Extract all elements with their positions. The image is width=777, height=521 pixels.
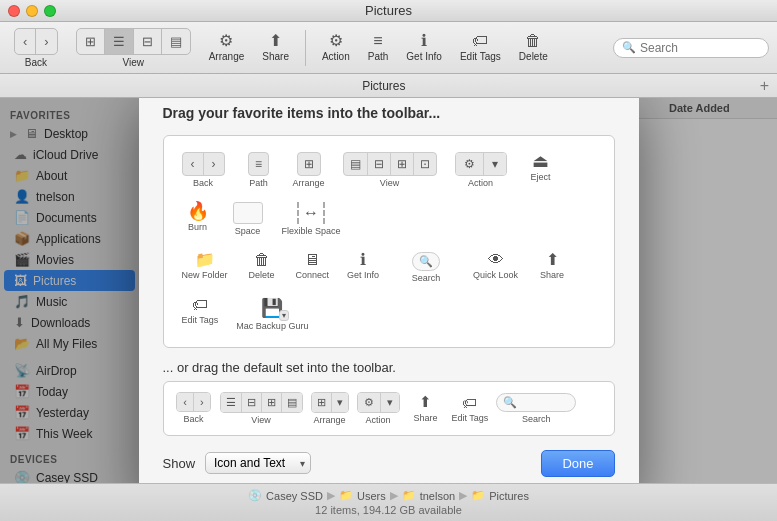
path-sep-2: ▶ [390,489,398,502]
status-info: 12 items, 194.12 GB available [315,504,462,516]
palette-view-group: ▤ ⊟ ⊞ ⊡ [343,152,437,176]
cover-view-btn[interactable]: ▤ [162,29,190,54]
delete-icon2: 🗑 [254,252,270,268]
default-view-btn1: ☰ [221,393,242,412]
main-content: Favorites ▶ 🖥 Desktop ☁ iCloud Drive 📁 A… [0,98,777,483]
palette-nav-group: ‹ › [182,152,225,176]
newfolder-icon: 📁 [195,252,215,268]
palette-search-item[interactable]: 🔍 Search [391,248,461,287]
default-fwd-btn: › [194,393,210,411]
default-action-dropdown: ▾ [381,393,399,412]
palette-flexspace-item[interactable]: ↔ Flexible Space [276,198,347,240]
palette-burn-item[interactable]: 🔥 Burn [176,198,220,236]
toolbar-palette: ‹ › Back ≡ Path [163,135,615,348]
share-icon: ⬆ [269,33,282,49]
show-select[interactable]: Icon and Text Icon Only Text Only [205,452,311,474]
arrange-button[interactable]: ⚙ Arrange [203,30,251,65]
palette-path-item[interactable]: ≡ Path [237,148,281,192]
default-edittags-item: 🏷 Edit Tags [452,394,489,423]
folder-icon-2: 📁 [402,489,416,502]
search-icon2: 🔍 [419,255,433,268]
delete-button[interactable]: 🗑 Delete [513,30,554,65]
view-button[interactable]: ⊞ ☰ ⊟ ▤ View [70,25,197,71]
palette-back-label: Back [193,178,213,188]
path-bar-title: Pictures [8,79,760,93]
default-toolbar: ‹ › Back ☰ ⊟ ⊞ ▤ View [163,381,615,436]
palette-edittags-item[interactable]: 🏷 Edit Tags [176,293,225,329]
edit-tags-label: Edit Tags [460,51,501,62]
get-info-button[interactable]: ℹ Get Info [400,30,448,65]
palette-path-label: Path [249,178,268,188]
burn-icon: 🔥 [187,202,209,220]
default-arrange-label: Arrange [313,415,345,425]
toolbar-separator [305,30,306,66]
palette-quicklook-item[interactable]: 👁 Quick Look [467,248,524,284]
show-select-wrap[interactable]: Icon and Text Icon Only Text Only [205,452,311,474]
palette-back-btn: ‹ [183,153,204,175]
back-btn[interactable]: ‹ [15,29,36,54]
palette-quicklook-label: Quick Look [473,270,518,280]
list-view-btn[interactable]: ☰ [105,29,134,54]
palette-back-item[interactable]: ‹ › Back [176,148,231,192]
palette-guru-item[interactable]: 💾 ▾ Mac Backup Guru [230,293,314,335]
close-button[interactable] [8,5,20,17]
modal-overlay: Drag your favorite items into the toolba… [0,98,777,483]
palette-arrange-item[interactable]: ⊞ Arrange [287,148,331,192]
flexspace-icon: ↔ [297,202,325,224]
palette-view-label: View [380,178,399,188]
default-action-label: Action [365,415,390,425]
icon-view-btn[interactable]: ⊞ [77,29,105,54]
view-label: View [122,57,144,68]
back-label: Back [25,57,47,68]
add-button[interactable]: + [760,77,769,95]
default-view-btn2: ⊟ [242,393,262,412]
forward-btn[interactable]: › [36,29,56,54]
path-tnelson: tnelson [420,490,455,502]
path-bar: Pictures + [0,74,777,98]
default-edittags-label: Edit Tags [452,413,489,423]
default-share-icon: ⬆ [419,393,432,411]
palette-newfolder-label: New Folder [182,270,228,280]
palette-delete-item[interactable]: 🗑 Delete [240,248,284,284]
action-button[interactable]: ⚙ Action [316,30,356,65]
share-button[interactable]: ⬆ Share [256,30,295,65]
default-view-item: ☰ ⊟ ⊞ ▤ View [220,392,303,425]
default-toolbar-inner: ‹ › Back ☰ ⊟ ⊞ ▤ View [176,392,602,425]
palette-view-item[interactable]: ▤ ⊟ ⊞ ⊡ View [337,148,443,192]
palette-space-item[interactable]: Space [226,198,270,240]
search-box[interactable]: 🔍 [613,38,769,58]
palette-view-btn4: ⊡ [414,153,436,175]
path-label: Path [368,51,389,62]
search-input[interactable] [640,41,760,55]
connect-icon: 🖥 [304,252,320,268]
minimize-button[interactable] [26,5,38,17]
palette-connect-item[interactable]: 🖥 Connect [290,248,336,284]
palette-search-label: Search [412,273,441,283]
folder-icon-1: 📁 [339,489,353,502]
guru-badge: ▾ [279,310,289,321]
default-search-icon: 🔍 [503,396,517,409]
palette-view-btn2: ⊟ [368,153,391,175]
folder-icon-3: 📁 [471,489,485,502]
done-button[interactable]: Done [541,450,614,477]
palette-getinfo-item[interactable]: ℹ Get Info [341,248,385,284]
titlebar: Pictures [0,0,777,22]
palette-eject-item[interactable]: ⏏ Eject [519,148,563,186]
action-label: Action [322,51,350,62]
default-view-group: ☰ ⊟ ⊞ ▤ [220,392,303,413]
back-forward-button[interactable]: ‹ › Back [8,25,64,71]
path-breadcrumb: 💿 Casey SSD ▶ 📁 Users ▶ 📁 tnelson ▶ 📁 Pi… [248,489,529,502]
palette-action-item[interactable]: ⚙ ▾ Action [449,148,513,192]
palette-share-item[interactable]: ⬆ Share [530,248,574,284]
maximize-button[interactable] [44,5,56,17]
path-button[interactable]: ≡ Path [362,30,395,65]
palette-row-2: 📁 New Folder 🗑 Delete 🖥 Connect [176,248,602,335]
view-group: ⊞ ☰ ⊟ ▤ [76,28,191,55]
column-view-btn[interactable]: ⊟ [134,29,162,54]
palette-newfolder-item[interactable]: 📁 New Folder [176,248,234,284]
palette-row-1: ‹ › Back ≡ Path [176,148,602,240]
edit-tags-button[interactable]: 🏷 Edit Tags [454,30,507,65]
eject-icon: ⏏ [532,152,549,170]
palette-view-btn3: ⊞ [391,153,414,175]
traffic-lights[interactable] [8,5,56,17]
